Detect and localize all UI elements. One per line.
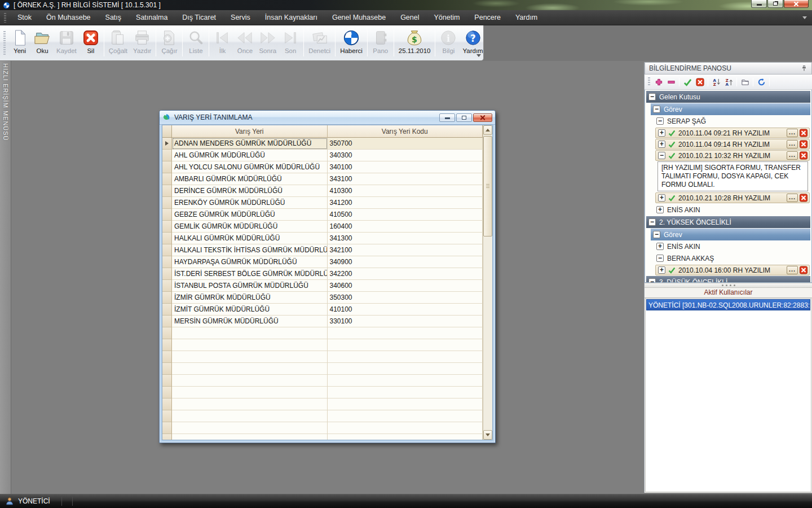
section-2-yuksek-oncelikli[interactable]: −2. YÜKSEK ÖNCELİKLİ: [646, 216, 810, 228]
menu-item-dis-ticaret[interactable]: Dış Ticaret: [175, 10, 223, 25]
section-gelen-kutusu[interactable]: −Gelen Kutusu: [646, 91, 810, 103]
toolbar-button-haberci[interactable]: Haberci: [337, 27, 365, 59]
minimize-button[interactable]: [751, 0, 767, 8]
row-selector[interactable]: [162, 185, 172, 197]
menubar-grip[interactable]: [4, 13, 6, 23]
menu-item-satis[interactable]: Satış: [98, 10, 129, 25]
row-selector[interactable]: [162, 197, 172, 209]
row-selector[interactable]: [162, 233, 172, 244]
refresh-button[interactable]: [755, 76, 767, 87]
details-button[interactable]: ...: [787, 194, 798, 202]
expand-box[interactable]: +: [658, 266, 665, 274]
delete-button[interactable]: [694, 76, 706, 87]
row-selector[interactable]: [162, 256, 172, 268]
table-row[interactable]: DERİNCE GÜMRÜK MÜDÜRLÜĞÜ410300: [162, 185, 483, 197]
row-selector[interactable]: [162, 304, 172, 316]
menu-item-genel-muhasebe[interactable]: Genel Muhasebe: [325, 10, 393, 25]
menu-item-genel[interactable]: Genel: [393, 10, 426, 25]
confirm-button[interactable]: [681, 76, 694, 87]
column-header-varis-yeri[interactable]: Varış Yeri: [172, 125, 328, 138]
collapse-box[interactable]: −: [648, 278, 656, 283]
row-selector[interactable]: [162, 150, 172, 161]
toolbar-button-son[interactable]: Son: [279, 27, 302, 59]
message-2010-10-04-16-00-rh-yazilim[interactable]: +2010.10.04 16:00 RH YAZILIM...: [655, 265, 810, 275]
details-button[interactable]: ...: [787, 140, 798, 148]
expand-box[interactable]: +: [656, 243, 664, 250]
dialog-close-button[interactable]: [473, 113, 492, 122]
details-button[interactable]: ...: [787, 266, 798, 274]
row-selector[interactable]: [162, 316, 172, 327]
row-selector[interactable]: [162, 221, 172, 233]
row-selector[interactable]: [162, 173, 172, 185]
message-2010-11-04-09-21-rh-yazilim[interactable]: +2010.11.04 09:21 RH YAZILIM...: [655, 128, 810, 138]
row-selector[interactable]: [162, 268, 172, 280]
subsection-gorev[interactable]: −Görev: [651, 103, 810, 115]
table-row[interactable]: ERENKÖY GÜMRÜK MÜDÜRLÜĞÜ341200: [162, 197, 483, 209]
menu-item-servis[interactable]: Servis: [223, 10, 258, 25]
toolbar-button-yazdir[interactable]: Yazdır: [130, 27, 154, 59]
toolbar-button-pano[interactable]: Pano: [369, 27, 392, 59]
table-row[interactable]: HALKALI TEKSTİK İHTİSAS GÜMRÜK MÜDÜRLÜĞÜ…: [162, 244, 483, 256]
menu-item-satinalma[interactable]: Satınalma: [129, 10, 175, 25]
scrollbar-track[interactable]: [483, 135, 492, 430]
subsection-gorev[interactable]: −Görev: [651, 229, 810, 240]
toolbar-button-sonra[interactable]: Sonra: [256, 27, 279, 59]
row-selector[interactable]: [162, 292, 172, 304]
toolbar-button-liste[interactable]: Liste: [184, 27, 207, 59]
collapse-box[interactable]: −: [653, 106, 660, 113]
table-row[interactable]: GEMLİK GÜMRÜK MÜDÜRLÜĞÜ160400: [162, 221, 483, 233]
toolbar-button-cogalt[interactable]: Çoğalt: [106, 27, 130, 59]
delete-message-button[interactable]: [799, 266, 808, 274]
delete-message-button[interactable]: [799, 151, 808, 160]
expand-box[interactable]: +: [658, 129, 665, 137]
row-selector[interactable]: [162, 161, 172, 173]
scroll-down-button[interactable]: [483, 430, 492, 440]
toolbar-overflow-icon[interactable]: [476, 54, 481, 57]
row-selector[interactable]: [162, 138, 172, 150]
menu-item-yardim[interactable]: Yardım: [508, 10, 545, 25]
row-selector[interactable]: [162, 244, 172, 256]
collapse-box[interactable]: −: [653, 231, 660, 238]
toolbar-button-sil[interactable]: Sil: [80, 27, 102, 59]
scroll-up-button[interactable]: [483, 125, 492, 135]
toolbar-button-bilgi[interactable]: iBilgi: [437, 27, 460, 59]
toolbar-grip[interactable]: [3, 31, 6, 55]
table-row[interactable]: HAYDARPAŞA GÜMRÜK MÜDÜRLÜĞÜ340900: [162, 256, 483, 268]
row-selector[interactable]: [162, 209, 172, 221]
active-user-row[interactable]: YÖNETİCİ [301.NB-02.SQL2008.URUNLER:82:2…: [646, 299, 810, 310]
collapse-box[interactable]: −: [658, 152, 665, 159]
column-header-varis-yeri-kodu[interactable]: Varış Yeri Kodu: [328, 125, 483, 138]
scrollbar-thumb[interactable]: [483, 136, 492, 237]
delete-message-button[interactable]: [799, 140, 808, 148]
menu-item-stok[interactable]: Stok: [10, 10, 39, 25]
toolbar-button-oku[interactable]: Oku: [31, 27, 54, 59]
collapse-box[interactable]: −: [656, 255, 664, 262]
restore-button[interactable]: [767, 0, 783, 8]
table-row[interactable]: MERSİN GÜMRÜK MÜDÜRLÜĞÜ330100: [162, 316, 483, 327]
dialog-minimize-button[interactable]: [439, 113, 455, 122]
table-row[interactable]: GEBZE GÜMRÜK MÜDÜRLÜĞÜ410500: [162, 209, 483, 221]
vertical-scrollbar[interactable]: [483, 125, 492, 440]
menu-item-insan-kaynaklari[interactable]: İnsan Kaynakları: [258, 10, 325, 25]
person-berna-akkas[interactable]: −BERNA AKKAŞ: [654, 252, 811, 264]
table-row[interactable]: İZMİT GÜMRÜK MÜDÜRLÜĞÜ410100: [162, 304, 483, 316]
details-button[interactable]: ...: [787, 151, 798, 160]
delete-message-button[interactable]: [799, 194, 808, 202]
toolbar-button-yeni[interactable]: Yeni: [8, 27, 31, 59]
row-selector[interactable]: [162, 280, 172, 292]
expand-box[interactable]: +: [656, 206, 664, 213]
table-row[interactable]: İZMİR GÜMRÜK MÜDÜRLÜĞÜ350300: [162, 292, 483, 304]
toolbar-button-yardim[interactable]: ?Yardım: [460, 27, 486, 59]
table-row[interactable]: AMBARLI GÜMRÜK MÜDÜRLÜĞÜ343100: [162, 173, 483, 185]
toolbar-button-kaydet[interactable]: Kaydet: [54, 27, 80, 59]
sort-descending-button[interactable]: ZA: [722, 76, 735, 87]
panel-toolbar-grip[interactable]: [648, 77, 650, 86]
toolbar-button-once[interactable]: Önce: [233, 27, 256, 59]
section-3-dusuk-oncelikli[interactable]: −3. DÜŞÜK ÖNCELİKLİ: [646, 276, 810, 283]
add-button[interactable]: [652, 76, 665, 87]
collapse-box[interactable]: −: [656, 117, 664, 125]
remove-button[interactable]: [665, 76, 677, 87]
expand-box[interactable]: +: [658, 194, 665, 202]
pin-icon[interactable]: [801, 65, 807, 72]
table-row[interactable]: İST.DERİ SERBEST BÖLGE GÜMRÜK MÜDÜRLÜĞÜ3…: [162, 268, 483, 280]
